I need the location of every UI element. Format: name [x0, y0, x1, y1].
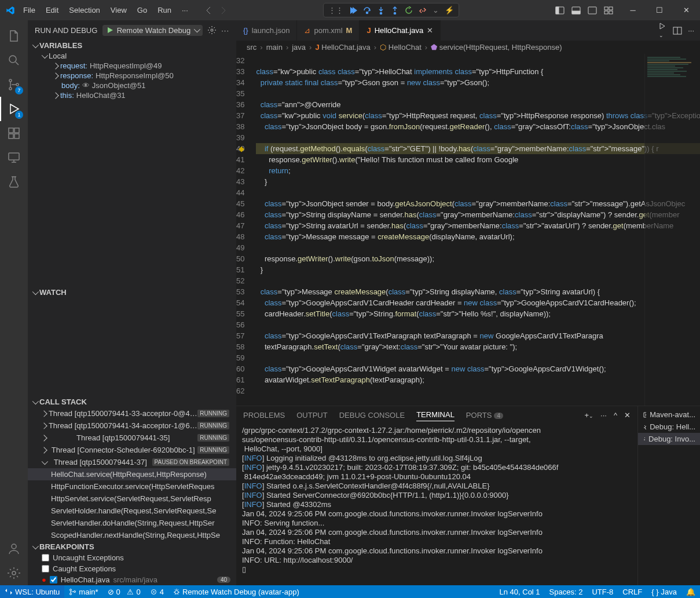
- toggle-panel-bottom-icon[interactable]: [571, 6, 581, 15]
- ports-tab[interactable]: PORTS4: [466, 409, 503, 421]
- toggle-panel-right-icon[interactable]: [588, 6, 597, 15]
- cursor-position[interactable]: Ln 40, Col 1: [495, 588, 545, 596]
- watch-section[interactable]: WATCH: [28, 287, 236, 298]
- status-bar: WSL: Ubuntu main* ⊘0 ⚠0 4 Remote Watch D…: [0, 585, 700, 598]
- more-icon[interactable]: ···: [221, 26, 229, 35]
- problems-tab[interactable]: PROBLEMS: [243, 409, 285, 421]
- stack-frame[interactable]: HelloChat.service(HttpRequest,HttpRespon…: [28, 468, 236, 480]
- close-icon[interactable]: ✕: [427, 26, 433, 35]
- tab-pom-xml[interactable]: ⊿pom.xmlM: [297, 20, 360, 41]
- extensions-icon[interactable]: [0, 121, 28, 145]
- minimap[interactable]: [644, 54, 700, 406]
- bp-caught[interactable]: Caught Exceptions: [28, 563, 236, 574]
- debug-config-dropdown-icon[interactable]: ⌄: [433, 6, 439, 14]
- settings-icon[interactable]: [0, 561, 28, 585]
- callstack-section[interactable]: CALL STACK: [28, 396, 236, 407]
- step-out-icon[interactable]: [391, 6, 399, 14]
- menu-run[interactable]: Run: [153, 3, 176, 17]
- split-editor-icon[interactable]: [673, 26, 682, 35]
- menu-edit[interactable]: Edit: [41, 3, 63, 17]
- close-panel-icon[interactable]: ✕: [624, 411, 631, 420]
- step-over-icon[interactable]: [363, 6, 371, 14]
- stack-frame[interactable]: ServletHolder.handle(Request,ServletRequ…: [28, 505, 236, 517]
- thread-item[interactable]: Thread [qtp1500079441-37]PAUSED ON BREAK…: [28, 456, 236, 468]
- thread-item[interactable]: Thread [qtp1500079441-35]RUNNING: [28, 432, 236, 444]
- stack-frame[interactable]: ScopedHandler.nextHandle(String,Request,…: [28, 529, 236, 541]
- restart-icon[interactable]: [405, 6, 413, 14]
- source-control-icon[interactable]: 7: [0, 72, 28, 97]
- gear-icon[interactable]: [207, 25, 217, 35]
- indentation[interactable]: Spaces: 2: [545, 588, 588, 596]
- customize-layout-icon[interactable]: [604, 6, 613, 15]
- menu-selection[interactable]: Selection: [64, 3, 104, 17]
- minimize-button[interactable]: ─: [621, 2, 644, 18]
- tab-launch-json[interactable]: {}launch.json: [236, 20, 297, 41]
- git-branch[interactable]: main*: [64, 588, 102, 596]
- remote-indicator[interactable]: WSL: Ubuntu: [0, 585, 64, 598]
- debug-session[interactable]: Remote Watch Debug (avatar-app): [168, 588, 304, 596]
- menu-go[interactable]: Go: [133, 3, 152, 17]
- bp-file[interactable]: ● HelloChat.java src/main/java 40: [28, 574, 236, 585]
- encoding[interactable]: UTF-8: [587, 588, 618, 596]
- variables-section[interactable]: VARIABLES: [28, 40, 236, 51]
- menu-···[interactable]: ···: [177, 3, 193, 17]
- nav-forward-icon[interactable]: [218, 6, 228, 15]
- ports-indicator[interactable]: 4: [145, 588, 168, 596]
- svg-rect-16: [9, 128, 13, 133]
- run-dropdown-icon[interactable]: ⌄: [659, 22, 667, 39]
- terminal-content[interactable]: /grpc/grpc-context/1.27.2/grpc-context-1…: [236, 424, 637, 585]
- debug-config-selector[interactable]: Remote Watch Debug: [102, 25, 203, 36]
- menu-bar: FileEditSelectionViewGoRun···: [19, 3, 193, 17]
- variable-item[interactable]: request: HttpRequestImpl@49: [36, 61, 236, 71]
- terminal-item[interactable]: Debug: Hell...: [638, 421, 700, 433]
- search-icon[interactable]: [0, 48, 28, 72]
- thread-item[interactable]: Thread [qtp1500079441-33-acceptor-0@48..…: [28, 407, 236, 420]
- variable-item[interactable]: this: HelloChat@31: [36, 90, 236, 100]
- more-actions-icon[interactable]: ···: [688, 26, 694, 35]
- remote-explorer-icon[interactable]: [0, 145, 28, 170]
- svg-rect-6: [572, 11, 580, 14]
- svg-rect-11: [609, 11, 613, 14]
- menu-view[interactable]: View: [106, 3, 131, 17]
- stack-frame[interactable]: HttpServlet.service(ServletRequest,Servl…: [28, 493, 236, 505]
- nav-back-icon[interactable]: [204, 6, 214, 15]
- menu-file[interactable]: File: [19, 3, 40, 17]
- terminal-item[interactable]: Maven-avat...: [638, 409, 700, 421]
- stack-frame[interactable]: HttpFunctionExecutor.service(HttpServlet…: [28, 480, 236, 493]
- accounts-icon[interactable]: [0, 537, 28, 561]
- eol[interactable]: CRLF: [618, 588, 647, 596]
- toggle-panel-left-icon[interactable]: [555, 6, 565, 15]
- thread-item[interactable]: Thread [Connector-Scheduler-6920b0bc-1]R…: [28, 444, 236, 456]
- problems-indicator[interactable]: ⊘0 ⚠0: [103, 588, 145, 596]
- language-mode[interactable]: { }Java: [647, 588, 681, 596]
- bottom-panel: PROBLEMS OUTPUT DEBUG CONSOLE TERMINAL P…: [236, 406, 700, 585]
- output-tab[interactable]: OUTPUT: [296, 409, 327, 421]
- continue-icon[interactable]: [349, 6, 357, 14]
- explorer-icon[interactable]: [0, 24, 28, 48]
- variable-item[interactable]: response: HttpResponseImpl@50: [36, 71, 236, 81]
- notifications-icon[interactable]: 🔔: [681, 588, 700, 596]
- thread-item[interactable]: Thread [qtp1500079441-34-acceptor-1@66..…: [28, 420, 236, 432]
- terminal-tab[interactable]: TERMINAL: [416, 409, 455, 421]
- breadcrumb[interactable]: src›main›java›J HelloChat.java›⬡ HelloCh…: [236, 41, 700, 54]
- drag-handle-icon[interactable]: ⋮⋮: [328, 6, 343, 14]
- run-debug-icon[interactable]: 1: [0, 97, 28, 121]
- step-into-icon[interactable]: [377, 6, 385, 14]
- close-button[interactable]: ✕: [675, 2, 698, 18]
- tab-HelloChat-java[interactable]: JHelloChat.java✕: [360, 20, 441, 41]
- variable-item[interactable]: body: 👁 JsonObject@51: [36, 81, 236, 90]
- testing-icon[interactable]: [0, 170, 28, 194]
- hot-code-icon[interactable]: ⚡: [445, 6, 454, 14]
- terminal-item[interactable]: Debug: Invo...: [638, 433, 700, 445]
- debug-console-tab[interactable]: DEBUG CONSOLE: [339, 409, 405, 421]
- bp-uncaught[interactable]: Uncaught Exceptions: [28, 552, 236, 563]
- local-scope[interactable]: Local: [36, 51, 236, 61]
- terminal-more-icon[interactable]: ···: [600, 411, 607, 420]
- code-editor[interactable]: 3233343536373839404142434445464748495051…: [236, 54, 700, 406]
- stack-frame[interactable]: ServletHandler.doHandle(String,Request,H…: [28, 517, 236, 529]
- new-terminal-icon[interactable]: +⌄: [584, 411, 593, 420]
- disconnect-icon[interactable]: [419, 6, 427, 14]
- maximize-panel-icon[interactable]: ^: [614, 411, 617, 420]
- breakpoints-section[interactable]: BREAKPOINTS: [28, 541, 236, 552]
- maximize-button[interactable]: ☐: [648, 2, 671, 18]
